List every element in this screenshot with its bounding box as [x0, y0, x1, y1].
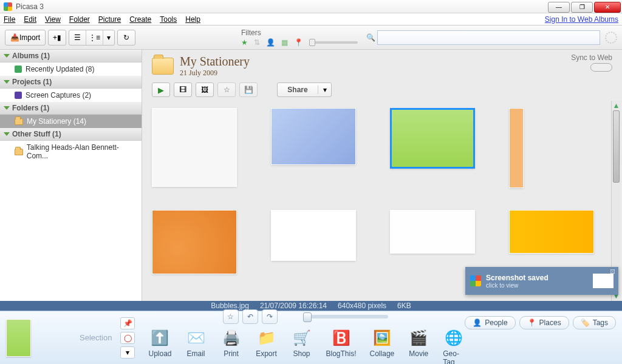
filter-person-icon[interactable]: 👤 [266, 38, 275, 47]
title-bar: Picasa 3 — ❐ ✕ [0, 0, 622, 13]
blogthis--button[interactable]: 🅱️BlogThis! [326, 328, 357, 365]
play-slideshow-button[interactable]: ▶ [152, 83, 170, 97]
filter-slider[interactable] [309, 41, 358, 44]
menu-file[interactable]: File [4, 15, 15, 24]
import-button[interactable]: 📥 Import [5, 30, 46, 46]
collage-button[interactable]: 🖼 [196, 83, 214, 97]
sync-toggle[interactable] [590, 63, 612, 72]
menu-edit[interactable]: Edit [24, 15, 36, 24]
toast-close-icon[interactable]: ⛝ [610, 268, 616, 275]
thumbnail[interactable] [390, 108, 475, 169]
people-button[interactable]: 👤People [465, 316, 515, 329]
collage-button[interactable]: 🖼️Collage [370, 328, 395, 365]
folder-header: My Stationery 21 July 2009 [142, 50, 622, 80]
tags-icon: 🏷️ [581, 318, 590, 327]
thumbnail[interactable] [271, 210, 356, 261]
menu-tools[interactable]: Tools [160, 15, 177, 24]
sync-to-web[interactable]: Sync to Web [571, 53, 612, 72]
chevron-down-icon[interactable]: ▾ [318, 86, 331, 94]
rotate-left-button[interactable]: ↶ [242, 309, 258, 324]
thumbnail[interactable] [509, 108, 524, 188]
sidebar-item-talking-heads[interactable]: Talking Heads-Alan Bennett-Com... [0, 141, 142, 163]
menu-bar: File Edit View Folder Picture Create Too… [0, 13, 622, 25]
tray-dropdown[interactable]: ▾ [120, 346, 135, 359]
menu-help[interactable]: Help [185, 15, 200, 24]
folder-date: 21 July 2009 [180, 69, 250, 78]
app-logo-icon [470, 275, 481, 286]
people-icon: 👤 [473, 318, 482, 327]
search-icon: 🔍 [364, 31, 377, 44]
places-button[interactable]: 📍Places [519, 316, 569, 329]
filter-pin-icon[interactable]: 📍 [294, 38, 303, 47]
movie-button[interactable]: 🎬Movie [408, 328, 429, 365]
menu-folder[interactable]: Folder [69, 15, 90, 24]
sidebar-group-other[interactable]: Other Stuff (1) [0, 128, 142, 141]
scroll-thumb[interactable] [613, 110, 620, 183]
album-icon [15, 66, 22, 73]
view-mode-group: ☰ ⋮≡ ▾ [69, 30, 115, 46]
chevron-down-icon [4, 54, 10, 58]
zoom-slider[interactable] [303, 315, 388, 318]
save-button[interactable]: 💾 [239, 83, 258, 97]
email-icon: ✉️ [185, 328, 207, 348]
folder-title: My Stationery [180, 55, 250, 69]
sidebar-item-my-stationery[interactable]: My Stationery (14) [0, 115, 142, 128]
add-folder-button[interactable]: +▮ [48, 30, 66, 46]
activity-spinner-icon [605, 32, 617, 44]
content-area: Sync to Web My Stationery 21 July 2009 ▶… [142, 50, 622, 301]
folder-action-bar: ▶ 🎞 🖼 ☆ 💾 Share ▾ [142, 80, 622, 101]
view-dropdown[interactable]: ▾ [103, 30, 114, 45]
view-tree-button[interactable]: ⋮≡ [86, 30, 103, 45]
selection-label: Selection [80, 333, 112, 342]
sidebar-group-albums[interactable]: Albums (1) [0, 50, 142, 62]
filters-label: Filters [241, 29, 358, 37]
export-button[interactable]: 📁Export [256, 328, 278, 365]
movie-button[interactable]: 🎞 [174, 83, 192, 97]
menu-picture[interactable]: Picture [98, 15, 121, 24]
geo-tag-button[interactable]: 🌐Geo-Tag [443, 328, 465, 365]
minimize-button[interactable]: — [548, 2, 570, 13]
thumbnail[interactable] [152, 108, 237, 187]
selection-thumbnail[interactable] [6, 319, 31, 357]
scroll-up-icon[interactable]: ▲ [612, 101, 621, 110]
filter-star-icon[interactable]: ★ [241, 38, 248, 47]
star-button[interactable]: ☆ [217, 83, 236, 97]
shop-button[interactable]: 🛒Shop [291, 328, 313, 365]
bottom-tray: Selection 📌 ◯ ▾ ☆ ↶ ↷ ⬆️Upload✉️Email🖨️P… [0, 311, 622, 364]
toast-title: Screenshot saved [486, 274, 549, 282]
thumbnail[interactable] [152, 210, 237, 274]
email-button[interactable]: ✉️Email [185, 328, 207, 365]
star-tray-button[interactable]: ☆ [223, 309, 239, 324]
clear-pin-button[interactable]: ◯ [120, 332, 135, 344]
blogthis!-icon: 🅱️ [330, 328, 352, 348]
thumbnail[interactable] [271, 108, 356, 165]
sidebar-item-recently-updated[interactable]: Recently Updated (8) [0, 62, 142, 76]
sign-in-link[interactable]: Sign In to Web Albums [545, 15, 618, 24]
tags-button[interactable]: 🏷️Tags [573, 316, 616, 329]
upload-button[interactable]: ⬆️Upload [148, 328, 171, 365]
share-button[interactable]: Share ▾ [277, 83, 332, 97]
view-list-button[interactable]: ☰ [69, 30, 86, 45]
filter-grid-icon[interactable]: ▦ [281, 38, 288, 47]
search-area: 🔍 [364, 30, 600, 45]
sidebar-group-folders[interactable]: Folders (1) [0, 102, 142, 115]
pin-button[interactable]: 📌 [120, 317, 135, 329]
filter-updown-icon[interactable]: ⇅ [254, 38, 260, 47]
print-button[interactable]: 🖨️Print [220, 328, 242, 365]
screenshot-toast[interactable]: Screenshot saved click to view ⛝ [465, 267, 618, 295]
rotate-right-button[interactable]: ↷ [262, 309, 278, 324]
geo-tag-icon: 🌐 [443, 328, 465, 348]
maximize-button[interactable]: ❐ [571, 2, 593, 13]
menu-view[interactable]: View [45, 15, 61, 24]
thumbnail[interactable] [390, 210, 475, 254]
sidebar-group-projects[interactable]: Projects (1) [0, 76, 142, 89]
movie-icon: 🎬 [408, 328, 429, 348]
refresh-button[interactable]: ↻ [117, 30, 135, 46]
close-button[interactable]: ✕ [594, 2, 621, 13]
search-input[interactable] [377, 30, 600, 45]
project-icon [15, 92, 22, 99]
thumbnail[interactable] [509, 210, 594, 254]
places-icon: 📍 [527, 318, 536, 327]
sidebar-item-screen-captures[interactable]: Screen Captures (2) [0, 89, 142, 102]
menu-create[interactable]: Create [129, 15, 151, 24]
